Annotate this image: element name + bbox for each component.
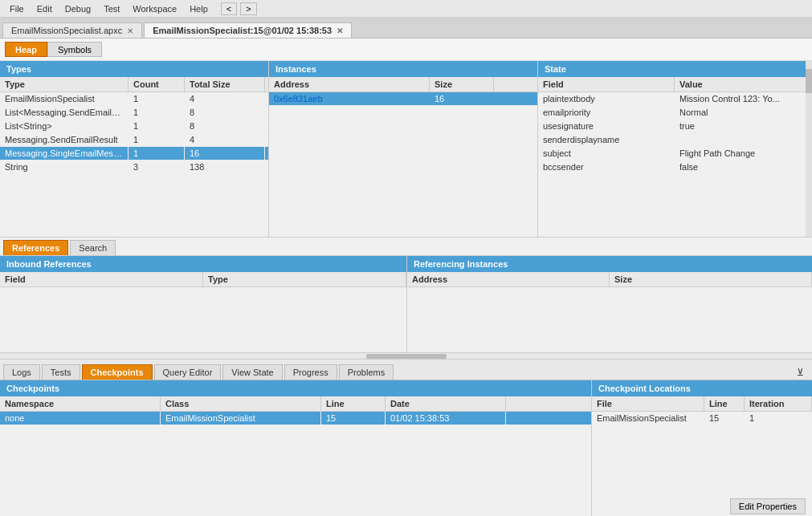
- nav-forward-button[interactable]: >: [240, 2, 256, 15]
- cp-col-namespace: Namespace: [0, 396, 161, 411]
- types-row-4[interactable]: Messaging.SingleEmailMessage 1 16 1: [0, 147, 268, 160]
- types-panel: Types Type Count Total Size EmailMission…: [0, 61, 269, 237]
- state-row-3-value: [675, 133, 812, 146]
- types-row-2[interactable]: List<String> 1 8: [0, 120, 268, 133]
- instances-table-header: Address Size: [269, 77, 537, 92]
- instances-col-size: Size: [430, 77, 494, 91]
- instances-row-0[interactable]: 0x6e831aeb 16 2: [269, 92, 537, 106]
- types-row-5-count: 3: [129, 160, 185, 173]
- state-row-2-value: true: [675, 120, 812, 132]
- menu-workspace[interactable]: Workspace: [126, 2, 183, 15]
- cp-loc-col-line: Line: [704, 396, 745, 411]
- types-table-body: EmailMissionSpecialist 1 4 List<Messagin…: [0, 92, 268, 237]
- types-row-5[interactable]: String 3 138: [0, 160, 268, 174]
- bottom-tabs-left: Logs Tests Checkpoints Query Editor View…: [3, 364, 395, 380]
- bottom-tab-tests[interactable]: Tests: [42, 364, 80, 380]
- ref-tab-search[interactable]: Search: [70, 240, 116, 255]
- types-row-5-type: String: [0, 160, 129, 173]
- menu-edit[interactable]: Edit: [31, 2, 59, 15]
- types-row-2-count: 1: [129, 120, 185, 132]
- types-row-1[interactable]: List<Messaging.SendEmailRes... 1 8: [0, 106, 268, 120]
- checkpoints-table-body: none EmailMissionSpecialist 15 01/02 15:…: [0, 412, 591, 516]
- cp-loc-table-header: File Line Iteration: [592, 396, 812, 412]
- menu-test[interactable]: Test: [97, 2, 126, 15]
- state-row-4[interactable]: subject Flight Path Change: [538, 147, 812, 160]
- nav-back-button[interactable]: <: [221, 2, 237, 15]
- state-table-body: plaintextbody Mission Control 123: Yo...…: [538, 92, 812, 237]
- bottom-tab-view-state[interactable]: View State: [222, 364, 282, 380]
- state-row-5-field: bccsender: [538, 160, 675, 173]
- state-row-1[interactable]: emailpriority Normal: [538, 106, 812, 120]
- referencing-panel: Referencing Instances Address Size: [407, 256, 812, 352]
- state-scrollbar[interactable]: [806, 61, 812, 237]
- horizontal-scrollbar[interactable]: [0, 353, 812, 360]
- state-row-1-value: Normal: [675, 106, 812, 119]
- types-row-1-type: List<Messaging.SendEmailRes...: [0, 106, 129, 119]
- referencing-col-addr: Address: [407, 272, 610, 286]
- types-row-5-total: 138: [185, 160, 265, 173]
- state-row-3[interactable]: senderdisplayname: [538, 133, 812, 147]
- ref-tab-references[interactable]: References: [3, 240, 68, 255]
- bottom-tab-checkpoints[interactable]: Checkpoints: [82, 364, 153, 380]
- instances-row-0-addr: 0x6e831aeb: [269, 92, 430, 105]
- types-row-0-count: 1: [129, 92, 185, 105]
- types-row-1-count: 1: [129, 106, 185, 119]
- bottom-tab-progress[interactable]: Progress: [284, 364, 337, 380]
- state-row-5-value: false: [675, 160, 812, 173]
- cp-row-0-line: 15: [321, 412, 386, 425]
- instances-panel: Instances Address Size 0x6e831aeb 16 2: [269, 61, 538, 237]
- state-row-0[interactable]: plaintextbody Mission Control 123: Yo...: [538, 92, 812, 106]
- tab-debug-session[interactable]: EmailMissionSpecialist:15@01/02 15:38:53…: [144, 22, 352, 38]
- inbound-panel: Inbound References Field Type: [0, 256, 407, 352]
- menu-file[interactable]: File: [3, 2, 31, 15]
- types-col-count: Count: [129, 77, 185, 91]
- references-section: References Search Inbound References Fie…: [0, 238, 812, 353]
- types-row-3[interactable]: Messaging.SendEmailResult 1 4: [0, 133, 268, 147]
- instances-col-addr: Address: [269, 77, 430, 91]
- checkpoint-locations-panel: Checkpoint Locations File Line Iteration…: [592, 380, 812, 516]
- inbound-table-header: Field Type: [0, 272, 406, 287]
- types-header: Types: [0, 61, 268, 77]
- tab-apxc-close[interactable]: ✕: [127, 26, 133, 35]
- cp-row-0[interactable]: none EmailMissionSpecialist 15 01/02 15:…: [0, 412, 591, 425]
- heap-button[interactable]: Heap: [5, 42, 47, 57]
- types-row-0-type: EmailMissionSpecialist: [0, 92, 129, 105]
- checkpoint-locations-header: Checkpoint Locations: [592, 380, 812, 396]
- cp-loc-col-file: File: [592, 396, 704, 411]
- state-row-4-value: Flight Path Change: [675, 147, 812, 160]
- state-col-field: Field: [538, 77, 675, 91]
- inbound-table-body: [0, 287, 406, 352]
- tab-debug-close[interactable]: ✕: [337, 26, 343, 35]
- cp-col-class: Class: [161, 396, 321, 411]
- state-row-0-value: Mission Control 123: Yo...: [675, 92, 812, 105]
- types-row-0-total: 4: [185, 92, 265, 105]
- types-row-4-type: Messaging.SingleEmailMessage: [0, 147, 129, 160]
- types-row-3-type: Messaging.SendEmailResult: [0, 133, 129, 146]
- ref-tabs: References Search: [0, 238, 812, 256]
- menu-help[interactable]: Help: [183, 2, 214, 15]
- tab-debug-label: EmailMissionSpecialist:15@01/02 15:38:53: [153, 26, 332, 35]
- instances-header: Instances: [269, 61, 537, 77]
- types-row-1-total: 8: [185, 106, 265, 119]
- menu-bar: File Edit Debug Test Workspace Help < >: [0, 0, 812, 18]
- instances-table-body: 0x6e831aeb 16 2: [269, 92, 537, 237]
- collapse-icon[interactable]: ⊻: [792, 365, 809, 380]
- edit-properties-button[interactable]: Edit Properties: [730, 498, 806, 514]
- bottom-tab-query-editor[interactable]: Query Editor: [154, 364, 222, 380]
- state-row-5[interactable]: bccsender false: [538, 160, 812, 174]
- types-row-4-count: 1: [129, 147, 185, 160]
- menu-debug[interactable]: Debug: [59, 2, 97, 15]
- state-row-2[interactable]: usesignature true: [538, 120, 812, 133]
- cp-loc-row-0[interactable]: EmailMissionSpecialist 15 1: [592, 412, 812, 425]
- state-row-3-field: senderdisplayname: [538, 133, 675, 146]
- instances-row-0-size: 16: [430, 92, 494, 105]
- bottom-tab-logs[interactable]: Logs: [3, 364, 40, 380]
- bottom-tab-problems[interactable]: Problems: [339, 364, 394, 380]
- checkpoints-panel-header: Checkpoints: [0, 380, 591, 396]
- tab-apxc[interactable]: EmailMissionSpecialist.apxc ✕: [2, 22, 142, 38]
- types-row-0[interactable]: EmailMissionSpecialist 1 4: [0, 92, 268, 106]
- referencing-col-size: Size: [610, 272, 812, 286]
- tab-apxc-label: EmailMissionSpecialist.apxc: [11, 26, 122, 35]
- state-table-header: Field Value: [538, 77, 812, 92]
- symbols-button[interactable]: Symbols: [47, 42, 102, 57]
